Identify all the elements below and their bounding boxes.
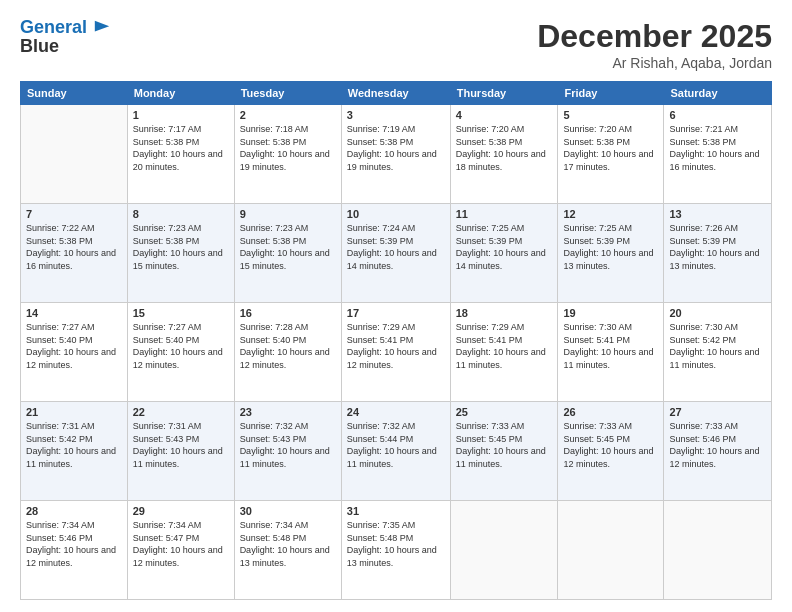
calendar-cell: 15Sunrise: 7:27 AMSunset: 5:40 PMDayligh…: [127, 303, 234, 402]
day-number: 9: [240, 208, 336, 220]
calendar-cell: 27Sunrise: 7:33 AMSunset: 5:46 PMDayligh…: [664, 402, 772, 501]
calendar-cell: 8Sunrise: 7:23 AMSunset: 5:38 PMDaylight…: [127, 204, 234, 303]
day-number: 2: [240, 109, 336, 121]
logo-flag-icon: [93, 19, 111, 37]
col-header-thursday: Thursday: [450, 82, 558, 105]
day-info: Sunrise: 7:25 AMSunset: 5:39 PMDaylight:…: [563, 222, 658, 272]
calendar-week-row: 1Sunrise: 7:17 AMSunset: 5:38 PMDaylight…: [21, 105, 772, 204]
day-info: Sunrise: 7:30 AMSunset: 5:42 PMDaylight:…: [669, 321, 766, 371]
day-number: 6: [669, 109, 766, 121]
day-info: Sunrise: 7:33 AMSunset: 5:46 PMDaylight:…: [669, 420, 766, 470]
day-number: 18: [456, 307, 553, 319]
day-number: 23: [240, 406, 336, 418]
calendar-cell: 31Sunrise: 7:35 AMSunset: 5:48 PMDayligh…: [341, 501, 450, 600]
calendar-cell: 17Sunrise: 7:29 AMSunset: 5:41 PMDayligh…: [341, 303, 450, 402]
day-info: Sunrise: 7:29 AMSunset: 5:41 PMDaylight:…: [456, 321, 553, 371]
calendar-cell: 9Sunrise: 7:23 AMSunset: 5:38 PMDaylight…: [234, 204, 341, 303]
day-number: 20: [669, 307, 766, 319]
day-info: Sunrise: 7:23 AMSunset: 5:38 PMDaylight:…: [240, 222, 336, 272]
calendar-cell: 3Sunrise: 7:19 AMSunset: 5:38 PMDaylight…: [341, 105, 450, 204]
calendar-cell: 25Sunrise: 7:33 AMSunset: 5:45 PMDayligh…: [450, 402, 558, 501]
calendar-cell: 26Sunrise: 7:33 AMSunset: 5:45 PMDayligh…: [558, 402, 664, 501]
day-number: 12: [563, 208, 658, 220]
calendar-cell: 4Sunrise: 7:20 AMSunset: 5:38 PMDaylight…: [450, 105, 558, 204]
day-info: Sunrise: 7:34 AMSunset: 5:48 PMDaylight:…: [240, 519, 336, 569]
day-number: 16: [240, 307, 336, 319]
day-number: 19: [563, 307, 658, 319]
day-info: Sunrise: 7:21 AMSunset: 5:38 PMDaylight:…: [669, 123, 766, 173]
day-number: 31: [347, 505, 445, 517]
day-info: Sunrise: 7:29 AMSunset: 5:41 PMDaylight:…: [347, 321, 445, 371]
calendar-cell: 29Sunrise: 7:34 AMSunset: 5:47 PMDayligh…: [127, 501, 234, 600]
calendar-cell: 19Sunrise: 7:30 AMSunset: 5:41 PMDayligh…: [558, 303, 664, 402]
calendar-cell: 30Sunrise: 7:34 AMSunset: 5:48 PMDayligh…: [234, 501, 341, 600]
day-number: 13: [669, 208, 766, 220]
header: General Blue December 2025 Ar Rishah, Aq…: [20, 18, 772, 71]
day-info: Sunrise: 7:26 AMSunset: 5:39 PMDaylight:…: [669, 222, 766, 272]
location: Ar Rishah, Aqaba, Jordan: [537, 55, 772, 71]
calendar-cell: [21, 105, 128, 204]
calendar-cell: 13Sunrise: 7:26 AMSunset: 5:39 PMDayligh…: [664, 204, 772, 303]
day-info: Sunrise: 7:18 AMSunset: 5:38 PMDaylight:…: [240, 123, 336, 173]
calendar-cell: [558, 501, 664, 600]
day-number: 5: [563, 109, 658, 121]
day-info: Sunrise: 7:28 AMSunset: 5:40 PMDaylight:…: [240, 321, 336, 371]
calendar-cell: 28Sunrise: 7:34 AMSunset: 5:46 PMDayligh…: [21, 501, 128, 600]
calendar-cell: 5Sunrise: 7:20 AMSunset: 5:38 PMDaylight…: [558, 105, 664, 204]
day-number: 28: [26, 505, 122, 517]
day-info: Sunrise: 7:31 AMSunset: 5:42 PMDaylight:…: [26, 420, 122, 470]
calendar-table: SundayMondayTuesdayWednesdayThursdayFrid…: [20, 81, 772, 600]
day-info: Sunrise: 7:31 AMSunset: 5:43 PMDaylight:…: [133, 420, 229, 470]
logo-line2: Blue: [20, 36, 111, 57]
day-info: Sunrise: 7:24 AMSunset: 5:39 PMDaylight:…: [347, 222, 445, 272]
page: General Blue December 2025 Ar Rishah, Aq…: [0, 0, 792, 612]
calendar-cell: 1Sunrise: 7:17 AMSunset: 5:38 PMDaylight…: [127, 105, 234, 204]
calendar-cell: [450, 501, 558, 600]
col-header-tuesday: Tuesday: [234, 82, 341, 105]
day-number: 24: [347, 406, 445, 418]
day-number: 3: [347, 109, 445, 121]
col-header-friday: Friday: [558, 82, 664, 105]
logo: General Blue: [20, 18, 111, 57]
day-number: 15: [133, 307, 229, 319]
day-number: 8: [133, 208, 229, 220]
day-info: Sunrise: 7:35 AMSunset: 5:48 PMDaylight:…: [347, 519, 445, 569]
day-info: Sunrise: 7:30 AMSunset: 5:41 PMDaylight:…: [563, 321, 658, 371]
col-header-wednesday: Wednesday: [341, 82, 450, 105]
calendar-cell: 22Sunrise: 7:31 AMSunset: 5:43 PMDayligh…: [127, 402, 234, 501]
day-number: 14: [26, 307, 122, 319]
day-number: 22: [133, 406, 229, 418]
day-info: Sunrise: 7:27 AMSunset: 5:40 PMDaylight:…: [133, 321, 229, 371]
day-info: Sunrise: 7:22 AMSunset: 5:38 PMDaylight:…: [26, 222, 122, 272]
calendar-cell: 10Sunrise: 7:24 AMSunset: 5:39 PMDayligh…: [341, 204, 450, 303]
calendar-week-row: 21Sunrise: 7:31 AMSunset: 5:42 PMDayligh…: [21, 402, 772, 501]
day-number: 11: [456, 208, 553, 220]
calendar-cell: 18Sunrise: 7:29 AMSunset: 5:41 PMDayligh…: [450, 303, 558, 402]
calendar-cell: 23Sunrise: 7:32 AMSunset: 5:43 PMDayligh…: [234, 402, 341, 501]
day-number: 4: [456, 109, 553, 121]
calendar-cell: 2Sunrise: 7:18 AMSunset: 5:38 PMDaylight…: [234, 105, 341, 204]
calendar-week-row: 14Sunrise: 7:27 AMSunset: 5:40 PMDayligh…: [21, 303, 772, 402]
day-number: 17: [347, 307, 445, 319]
calendar-cell: 20Sunrise: 7:30 AMSunset: 5:42 PMDayligh…: [664, 303, 772, 402]
day-number: 30: [240, 505, 336, 517]
day-info: Sunrise: 7:32 AMSunset: 5:44 PMDaylight:…: [347, 420, 445, 470]
day-info: Sunrise: 7:20 AMSunset: 5:38 PMDaylight:…: [563, 123, 658, 173]
col-header-sunday: Sunday: [21, 82, 128, 105]
day-number: 25: [456, 406, 553, 418]
calendar-cell: 12Sunrise: 7:25 AMSunset: 5:39 PMDayligh…: [558, 204, 664, 303]
calendar-cell: 6Sunrise: 7:21 AMSunset: 5:38 PMDaylight…: [664, 105, 772, 204]
calendar-cell: 7Sunrise: 7:22 AMSunset: 5:38 PMDaylight…: [21, 204, 128, 303]
calendar-cell: 16Sunrise: 7:28 AMSunset: 5:40 PMDayligh…: [234, 303, 341, 402]
calendar-header-row: SundayMondayTuesdayWednesdayThursdayFrid…: [21, 82, 772, 105]
day-number: 21: [26, 406, 122, 418]
day-info: Sunrise: 7:34 AMSunset: 5:47 PMDaylight:…: [133, 519, 229, 569]
calendar-week-row: 7Sunrise: 7:22 AMSunset: 5:38 PMDaylight…: [21, 204, 772, 303]
day-info: Sunrise: 7:33 AMSunset: 5:45 PMDaylight:…: [456, 420, 553, 470]
day-info: Sunrise: 7:17 AMSunset: 5:38 PMDaylight:…: [133, 123, 229, 173]
day-number: 7: [26, 208, 122, 220]
day-info: Sunrise: 7:25 AMSunset: 5:39 PMDaylight:…: [456, 222, 553, 272]
svg-marker-0: [95, 21, 109, 32]
day-number: 1: [133, 109, 229, 121]
day-number: 26: [563, 406, 658, 418]
